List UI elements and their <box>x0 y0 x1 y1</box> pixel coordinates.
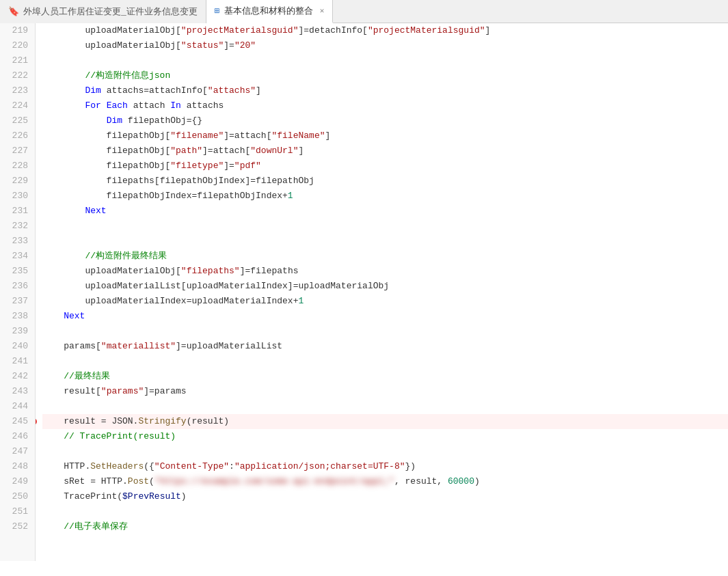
code-line-227: filepathObj["path"]=attach["downUrl"] <box>42 143 728 159</box>
line-number-252: 252 <box>5 519 28 534</box>
code-line-230: filepathObjIndex=filepathObjIndex+1 <box>42 189 728 204</box>
token: Stringify <box>138 416 186 426</box>
token: // TracePrint(result) <box>42 431 176 441</box>
token: "filepaths" <box>181 266 240 276</box>
code-line-229: filepaths[filepathObjIndex]=filepathObj <box>42 174 728 189</box>
token: result[ <box>42 386 101 396</box>
token: Dim <box>107 115 122 126</box>
token: "path" <box>170 146 202 156</box>
line-number-246: 246 <box>5 429 28 444</box>
code-line-251 <box>42 504 728 519</box>
tab-work-permit-label: 外埠人员工作居住证变更_证件业务信息变更 <box>23 5 198 18</box>
token: $PrevResult <box>122 491 181 502</box>
token: sRet = HTTP. <box>42 476 128 486</box>
token: "params" <box>101 386 144 396</box>
token: filepathObj[ <box>42 161 170 171</box>
token: attachs <box>181 100 224 111</box>
code-line-222: //构造附件信息json <box>42 68 728 83</box>
tab-close-button[interactable]: ✕ <box>320 6 325 15</box>
token: , result, <box>394 476 448 486</box>
code-line-245: result = JSON.Stringify(result) <box>42 414 728 429</box>
tab-basic-info[interactable]: ⊞ 基本信息和材料的整合 ✕ <box>206 0 333 23</box>
tab-basic-info-label: 基本信息和材料的整合 <box>224 5 313 17</box>
token: ] <box>256 85 261 96</box>
code-line-220: uploadMaterialObj["status"]="20" <box>42 38 728 53</box>
code-line-241 <box>42 354 728 369</box>
line-number-227: 227 <box>5 143 28 159</box>
token: params[ <box>42 341 101 351</box>
line-number-223: 223 <box>5 83 28 98</box>
line-number-236: 236 <box>5 279 28 294</box>
token: (result) <box>187 416 229 426</box>
code-line-228: filepathObj["filetype"]="pdf" <box>42 159 728 174</box>
line-number-240: 240 <box>5 339 28 354</box>
line-number-243: 243 <box>5 384 28 399</box>
bookmark-icon: 🔖 <box>8 6 19 17</box>
token: "fileName" <box>271 131 325 141</box>
token: //最终结果 <box>42 371 110 381</box>
line-number-222: 222 <box>5 68 28 83</box>
token: Next <box>85 206 106 216</box>
token: In <box>170 100 181 111</box>
token <box>42 115 107 126</box>
code-line-224: For Each attach In attachs <box>42 98 728 113</box>
token: SetHeaders <box>90 461 144 471</box>
line-number-234: 234 <box>5 249 28 264</box>
code-line-242: //最终结果 <box>42 369 728 384</box>
code-line-249: sRet = HTTP.Post("https://example.com/so… <box>42 474 728 489</box>
token: : <box>229 461 234 471</box>
breakpoint-dot-245 <box>36 418 37 425</box>
token: "downUrl" <box>250 146 298 156</box>
token: 60000 <box>448 476 474 486</box>
line-number-238: 238 <box>5 309 28 324</box>
token: uploadMaterialObj[ <box>42 25 181 36</box>
token <box>42 311 64 321</box>
token: "20" <box>234 40 256 51</box>
line-number-231: 231 <box>5 204 28 219</box>
token: ( <box>149 476 154 486</box>
token: ]=uploadMaterialList <box>176 341 282 351</box>
code-line-237: uploadMaterialIndex=uploadMaterialIndex+… <box>42 294 728 309</box>
code-line-235: uploadMaterialObj["filepaths"]=filepaths <box>42 264 728 279</box>
code-line-243: result["params"]=params <box>42 384 728 399</box>
token <box>42 206 85 216</box>
token <box>101 100 107 111</box>
code-line-248: HTTP.SetHeaders({"Content-Type":"applica… <box>42 459 728 474</box>
token: 1 <box>298 296 304 306</box>
token: "projectMaterialsguid" <box>368 25 485 36</box>
token: ]=filepaths <box>240 266 299 276</box>
code-line-223: Dim attachs=attachInfo["attachs"] <box>42 83 728 98</box>
token: "projectMaterialsguid" <box>181 25 299 36</box>
line-number-232: 232 <box>5 219 28 234</box>
code-line-250: TracePrint($PrevResult) <box>42 489 728 504</box>
token: For <box>85 100 100 111</box>
code-line-233 <box>42 234 728 249</box>
tab-work-permit[interactable]: 🔖 外埠人员工作居住证变更_证件业务信息变更 <box>0 0 206 23</box>
token: Dim <box>85 85 100 96</box>
token: //构造附件最终结果 <box>42 251 167 261</box>
code-line-226: filepathObj["filename"]=attach["fileName… <box>42 128 728 143</box>
code-line-231: Next <box>42 204 728 219</box>
code-line-239 <box>42 324 728 339</box>
token: attach <box>128 100 170 111</box>
line-number-226: 226 <box>5 128 28 143</box>
code-line-219: uploadMaterialObj["projectMaterialsguid"… <box>42 23 728 38</box>
token: ] <box>325 131 330 141</box>
code-line-236: uploadMaterialList[uploadMaterialIndex]=… <box>42 279 728 294</box>
token: uploadMaterialObj[ <box>42 40 181 51</box>
token: ]=attach[ <box>202 146 250 156</box>
line-number-247: 247 <box>5 444 28 459</box>
line-number-249: 249 <box>5 474 28 489</box>
token: filepathObj={} <box>122 115 202 126</box>
line-number-250: 250 <box>5 489 28 504</box>
token <box>42 85 85 96</box>
token: "filetype" <box>170 161 224 171</box>
code-line-240: params["materiallist"]=uploadMaterialLis… <box>42 339 728 354</box>
token: "Content-Type" <box>154 461 229 471</box>
code-content-area[interactable]: uploadMaterialObj["projectMaterialsguid"… <box>36 23 728 561</box>
token: TracePrint( <box>42 491 122 502</box>
token: "attachs" <box>208 85 256 96</box>
code-line-252: //电子表单保存 <box>42 519 728 534</box>
token: filepaths[filepathObjIndex]=filepathObj <box>42 176 314 186</box>
token: ] <box>298 146 304 156</box>
